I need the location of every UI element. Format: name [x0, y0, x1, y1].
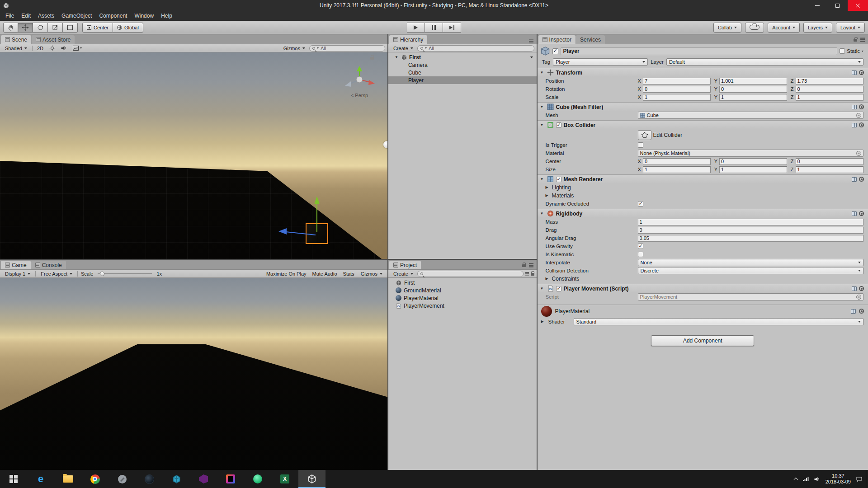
angular-drag-field[interactable]	[638, 235, 863, 242]
mute-audio-toggle[interactable]: Mute Audio	[310, 270, 340, 277]
panel-menu-icon[interactable]	[529, 41, 533, 42]
gear-icon[interactable]	[859, 70, 864, 75]
tab-game[interactable]: Game	[1, 261, 31, 269]
mass-field[interactable]	[638, 219, 863, 225]
project-item-player-material[interactable]: PlayerMaterial	[388, 294, 537, 302]
project-item-ground-material[interactable]: GroundMaterial	[388, 286, 537, 294]
rigidbody-component-header[interactable]: ▼ Rigidbody	[538, 209, 868, 218]
scale-z-field[interactable]	[796, 94, 863, 101]
taskbar-clock[interactable]: 10:37 2018-03-09	[826, 473, 851, 485]
scene-gizmos-dropdown[interactable]: Gizmos	[281, 45, 308, 52]
mesh-filter-component-header[interactable]: ▼ Cube (Mesh Filter)	[538, 102, 868, 111]
box-collider-component-header[interactable]: ▼ Box Collider	[538, 120, 868, 129]
hierarchy-scene-row[interactable]: ▼ First	[388, 53, 537, 61]
foldout-icon[interactable]: ▶	[546, 277, 550, 281]
game-viewport[interactable]	[0, 278, 387, 470]
help-icon[interactable]	[852, 123, 857, 127]
foldout-icon[interactable]: ▼	[540, 287, 545, 291]
scale-y-field[interactable]	[719, 94, 787, 101]
close-button[interactable]	[848, 0, 868, 11]
foldout-icon[interactable]: ▼	[540, 212, 545, 216]
center-z-field[interactable]	[796, 158, 863, 165]
move-gizmo[interactable]	[258, 184, 344, 252]
tab-services[interactable]: Services	[576, 35, 605, 44]
tab-console[interactable]: Console	[31, 261, 66, 269]
menu-window[interactable]: Window	[131, 11, 157, 21]
foldout-icon[interactable]: ▼	[540, 71, 545, 75]
position-x-field[interactable]	[643, 78, 711, 84]
gear-icon[interactable]	[859, 104, 864, 109]
panel-menu-icon[interactable]	[529, 265, 533, 266]
2d-toggle-button[interactable]: 2D	[35, 45, 46, 52]
shader-dropdown[interactable]: Standard	[574, 318, 863, 325]
size-y-field[interactable]	[719, 166, 787, 173]
constraints-foldout-row[interactable]: ▶ Constraints	[538, 275, 868, 283]
cloud-button[interactable]	[745, 23, 764, 33]
materials-foldout-row[interactable]: ▶ Materials	[538, 192, 868, 200]
project-create-dropdown[interactable]: Create	[391, 270, 416, 277]
space-toggle-button[interactable]: Global	[113, 23, 143, 33]
volume-icon[interactable]	[814, 477, 820, 482]
scene-lighting-toggle[interactable]	[47, 45, 57, 52]
lock-icon[interactable]	[531, 273, 534, 276]
gear-icon[interactable]	[859, 286, 864, 291]
drag-field[interactable]	[638, 227, 863, 234]
panel-menu-icon[interactable]	[860, 39, 865, 40]
help-icon[interactable]	[852, 105, 857, 109]
center-x-field[interactable]	[643, 158, 711, 165]
file-explorer-taskbar-icon[interactable]	[54, 470, 81, 488]
column-layout-icon[interactable]	[525, 273, 529, 274]
slider-knob-icon[interactable]	[100, 272, 104, 276]
size-x-field[interactable]	[643, 166, 711, 173]
foldout-icon[interactable]: ▼	[395, 56, 399, 59]
scale-tool-button[interactable]	[48, 23, 63, 33]
tray-expand-icon[interactable]	[793, 478, 798, 482]
move-tool-button[interactable]	[18, 23, 33, 33]
scale-x-field[interactable]	[643, 94, 711, 101]
interpolate-dropdown[interactable]: None	[638, 259, 863, 266]
help-icon[interactable]	[852, 70, 857, 75]
help-icon[interactable]	[851, 309, 856, 314]
object-picker-icon[interactable]	[856, 113, 861, 118]
play-button[interactable]	[407, 23, 425, 33]
gizmo-lock-icon[interactable]	[370, 57, 374, 60]
foldout-icon[interactable]: ▼	[540, 178, 545, 181]
lighting-foldout-row[interactable]: ▶ Lighting	[538, 183, 868, 192]
object-picker-icon[interactable]	[856, 151, 861, 156]
foldout-icon[interactable]: ▶	[546, 186, 550, 189]
edge-taskbar-icon[interactable]: e	[27, 470, 54, 488]
gear-icon[interactable]	[859, 122, 864, 127]
position-y-field[interactable]	[719, 78, 787, 84]
script-component-header[interactable]: ▼ C# Player Movement (Script)	[538, 284, 868, 293]
rotation-z-field[interactable]	[796, 86, 863, 93]
static-checkbox[interactable]	[840, 48, 845, 54]
display-dropdown[interactable]: Display 1	[2, 270, 33, 277]
pivot-toggle-button[interactable]: Center	[82, 23, 113, 33]
material-header[interactable]: PlayerMaterial	[538, 305, 868, 317]
scene-audio-toggle[interactable]	[59, 45, 69, 52]
is-trigger-checkbox[interactable]	[638, 142, 643, 148]
shaded-dropdown[interactable]: Shaded	[2, 45, 30, 52]
layers-button[interactable]: Layers	[803, 23, 832, 33]
collab-button[interactable]: Collab	[713, 23, 741, 33]
scene-effects-dropdown[interactable]	[71, 45, 84, 52]
foldout-icon[interactable]: ▶	[541, 320, 546, 324]
3d-app-taskbar-icon[interactable]	[163, 470, 190, 488]
hierarchy-item-camera[interactable]: Camera	[388, 61, 537, 69]
mesh-renderer-component-header[interactable]: ▼ Mesh Renderer	[538, 174, 868, 183]
collision-detection-dropdown[interactable]: Discrete	[638, 267, 863, 274]
script-object-field[interactable]: PlayerMovement	[638, 293, 863, 300]
component-enabled-checkbox[interactable]	[556, 286, 561, 291]
aspect-ratio-dropdown[interactable]: Free Aspect	[38, 270, 75, 277]
hand-tool-button[interactable]	[3, 23, 18, 33]
help-icon[interactable]	[852, 286, 857, 291]
tab-hierarchy[interactable]: Hierarchy	[389, 35, 427, 44]
system-tool-taskbar-icon[interactable]	[108, 470, 136, 488]
physic-material-field[interactable]: None (Physic Material)	[638, 150, 863, 157]
project-item-scene[interactable]: First	[388, 279, 537, 286]
gameobject-active-checkbox[interactable]	[552, 48, 558, 54]
help-icon[interactable]	[852, 211, 857, 216]
visual-studio-taskbar-icon[interactable]	[190, 470, 217, 488]
network-icon[interactable]	[803, 477, 809, 481]
minimize-button[interactable]	[807, 0, 827, 11]
